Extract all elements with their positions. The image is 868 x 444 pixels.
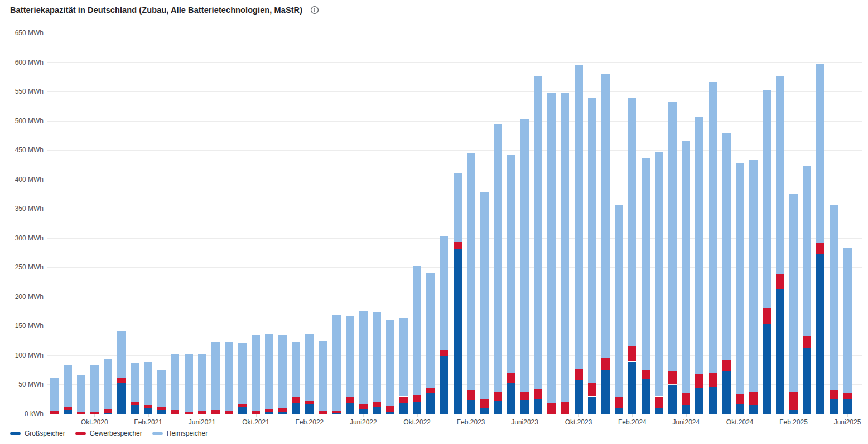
bar-Juli2020[interactable] bbox=[50, 378, 59, 414]
bar-Okt.2020[interactable] bbox=[90, 365, 99, 414]
bar-Mai2023[interactable] bbox=[507, 155, 515, 414]
x-axis-label: Juni2023 bbox=[511, 418, 538, 426]
bar-Juni2023[interactable] bbox=[520, 119, 529, 414]
y-axis-label: 300 MWh bbox=[10, 234, 44, 242]
gridline-450 bbox=[47, 150, 862, 151]
bar-Aug.2022[interactable] bbox=[386, 320, 394, 414]
x-axis-tick bbox=[148, 414, 149, 417]
bar-Juli2022[interactable] bbox=[373, 312, 381, 414]
bar-Mär.2024[interactable] bbox=[642, 158, 650, 414]
x-axis-tick bbox=[256, 414, 257, 417]
x-axis-tick bbox=[471, 414, 471, 417]
x-axis-tick bbox=[94, 414, 95, 417]
y-axis-label: 200 MWh bbox=[10, 293, 44, 301]
gridline-650 bbox=[47, 33, 862, 33]
bar-Feb.2021[interactable] bbox=[144, 362, 152, 414]
bar-Mai2021[interactable] bbox=[185, 354, 193, 414]
bar-Feb.2022[interactable] bbox=[305, 334, 314, 414]
bar-Dez.2020[interactable] bbox=[117, 331, 126, 414]
bar-Feb.2024[interactable] bbox=[628, 98, 636, 414]
bar-Mär.2021[interactable] bbox=[157, 370, 166, 414]
heimspeicher-swatch bbox=[152, 432, 163, 435]
y-axis-label: 450 MWh bbox=[10, 146, 44, 154]
bar-Nov.2021[interactable] bbox=[265, 334, 273, 414]
legend: Großspeicher Gewerbespeicher Heimspeiche… bbox=[10, 429, 208, 437]
bar-Okt.2023[interactable] bbox=[575, 65, 583, 414]
bar-Aug.2021[interactable] bbox=[225, 342, 233, 414]
y-axis-label: 650 MWh bbox=[10, 29, 44, 37]
bar-Nov.2023[interactable] bbox=[588, 98, 596, 414]
bar-Mär.2025[interactable] bbox=[803, 166, 811, 414]
bar-Feb.2025[interactable] bbox=[789, 194, 798, 414]
bar-Jan.2022[interactable] bbox=[292, 342, 300, 414]
bar-Nov.2022[interactable] bbox=[426, 273, 435, 414]
bar-Okt.2022[interactable] bbox=[413, 266, 421, 414]
bar-Apr.2025[interactable] bbox=[816, 64, 824, 414]
bar-Mai2022[interactable] bbox=[346, 316, 354, 414]
bar-Jan.2023[interactable] bbox=[454, 173, 462, 414]
info-icon[interactable] bbox=[310, 6, 319, 15]
bar-Nov.2020[interactable] bbox=[104, 359, 112, 414]
bar-Okt.2021[interactable] bbox=[252, 335, 260, 414]
bar-Sep.2023[interactable] bbox=[561, 93, 569, 414]
bar-Juli2024[interactable] bbox=[695, 117, 703, 414]
x-axis-label: Juni2021 bbox=[189, 418, 216, 426]
x-axis-tick bbox=[417, 414, 418, 417]
bar-Juli2023[interactable] bbox=[534, 76, 542, 414]
bar-Nov.2024[interactable] bbox=[749, 160, 758, 414]
x-axis-tick bbox=[202, 414, 202, 417]
bar-Jan.2024[interactable] bbox=[615, 205, 623, 414]
legend-item-gewerbespeicher[interactable]: Gewerbespeicher bbox=[75, 429, 142, 437]
bar-Dez.2022[interactable] bbox=[440, 236, 448, 414]
bar-Apr.2023[interactable] bbox=[494, 124, 502, 414]
x-axis-label: Okt.2020 bbox=[81, 418, 108, 426]
bar-Sep.2024[interactable] bbox=[722, 133, 731, 414]
bar-Dez.2021[interactable] bbox=[278, 335, 287, 414]
x-axis-label: Juni2022 bbox=[350, 418, 377, 426]
x-axis-label: Juni2024 bbox=[672, 418, 700, 426]
bar-Mai2025[interactable] bbox=[830, 205, 838, 414]
bar-Feb.2023[interactable] bbox=[467, 153, 475, 414]
bar-Aug.2024[interactable] bbox=[709, 82, 717, 414]
x-axis-tick bbox=[578, 414, 579, 417]
gridline-600 bbox=[47, 62, 862, 63]
bar-Apr.2024[interactable] bbox=[655, 152, 663, 414]
x-axis-label: Juni2025 bbox=[834, 418, 861, 426]
x-axis-label: Okt.2022 bbox=[403, 418, 431, 426]
bar-Juni2024[interactable] bbox=[682, 141, 690, 414]
x-axis-tick bbox=[525, 414, 525, 417]
bar-Mär.2022[interactable] bbox=[319, 341, 327, 414]
bar-Juni2022[interactable] bbox=[359, 311, 368, 414]
legend-item-grossspeicher[interactable]: Großspeicher bbox=[10, 429, 65, 437]
bar-Mai2024[interactable] bbox=[668, 102, 677, 414]
bar-Sep.2020[interactable] bbox=[77, 375, 85, 414]
bar-Sep.2022[interactable] bbox=[399, 318, 408, 414]
bar-Sep.2021[interactable] bbox=[238, 343, 247, 414]
bar-Dez.2023[interactable] bbox=[601, 74, 610, 414]
bar-Jan.2021[interactable] bbox=[131, 363, 139, 414]
x-axis-label: Feb.2021 bbox=[134, 418, 162, 426]
y-axis-label: 550 MWh bbox=[10, 88, 44, 95]
x-axis-label: Okt.2023 bbox=[565, 418, 592, 426]
bar-Dez.2024[interactable] bbox=[763, 90, 771, 414]
y-axis-label: 0 kWh bbox=[10, 410, 44, 418]
bar-Apr.2021[interactable] bbox=[171, 354, 179, 414]
y-axis-label: 600 MWh bbox=[10, 59, 44, 66]
legend-item-heimspeicher[interactable]: Heimspeicher bbox=[152, 429, 208, 437]
bar-Juni2021[interactable] bbox=[198, 354, 206, 414]
bar-Apr.2022[interactable] bbox=[332, 315, 341, 414]
x-axis-tick bbox=[794, 414, 794, 417]
y-axis-label: 400 MWh bbox=[10, 176, 44, 184]
bar-Aug.2023[interactable] bbox=[547, 93, 556, 414]
x-axis-label: Okt.2024 bbox=[726, 418, 754, 426]
gridline-550 bbox=[47, 91, 862, 92]
y-axis-label: 250 MWh bbox=[10, 263, 44, 271]
bar-Juni2025[interactable] bbox=[843, 248, 852, 414]
x-axis-label: Feb.2025 bbox=[779, 418, 808, 426]
chart-title: Batteriekapazität in Deutschland (Zubau,… bbox=[10, 6, 302, 15]
bar-Jan.2025[interactable] bbox=[776, 76, 784, 414]
bar-Mär.2023[interactable] bbox=[480, 192, 489, 414]
bar-Juli2021[interactable] bbox=[211, 342, 220, 414]
bar-Okt.2024[interactable] bbox=[736, 163, 744, 414]
bar-Aug.2020[interactable] bbox=[64, 365, 72, 414]
